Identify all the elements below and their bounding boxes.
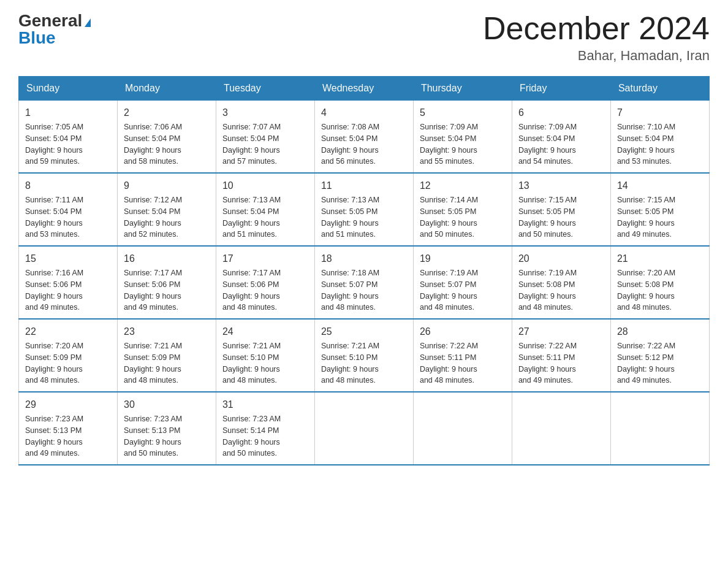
day-daylight: Daylight: 9 hours (25, 292, 83, 301)
day-daylight: Daylight: 9 hours (617, 146, 675, 155)
day-daylight-minutes: and 55 minutes. (420, 157, 474, 166)
day-sunset: Sunset: 5:04 PM (321, 134, 377, 143)
calendar-cell: 29 Sunrise: 7:23 AM Sunset: 5:13 PM Dayl… (19, 392, 118, 465)
day-daylight: Daylight: 9 hours (222, 365, 280, 373)
day-sunset: Sunset: 5:07 PM (321, 280, 377, 289)
calendar-cell: 5 Sunrise: 7:09 AM Sunset: 5:04 PM Dayli… (413, 101, 512, 174)
day-daylight-minutes: and 48 minutes. (321, 303, 376, 312)
day-number: 29 (25, 397, 111, 412)
day-daylight-minutes: and 50 minutes. (222, 449, 277, 458)
day-daylight-minutes: and 57 minutes. (222, 157, 277, 166)
calendar-cell: 1 Sunrise: 7:05 AM Sunset: 5:04 PM Dayli… (19, 101, 118, 174)
calendar-cell: 6 Sunrise: 7:09 AM Sunset: 5:04 PM Dayli… (512, 101, 610, 174)
day-daylight: Daylight: 9 hours (617, 365, 675, 373)
day-sunrise: Sunrise: 7:11 AM (25, 196, 83, 204)
day-daylight-minutes: and 58 minutes. (124, 157, 178, 166)
day-sunrise: Sunrise: 7:06 AM (124, 123, 182, 131)
day-sunrise: Sunrise: 7:08 AM (321, 123, 379, 131)
calendar-cell: 27 Sunrise: 7:22 AM Sunset: 5:11 PM Dayl… (512, 319, 610, 392)
logo-triangle-icon (85, 18, 91, 27)
day-sunset: Sunset: 5:11 PM (518, 353, 575, 362)
day-sunset: Sunset: 5:14 PM (222, 426, 279, 435)
day-daylight-minutes: and 53 minutes. (617, 157, 672, 166)
day-number: 18 (321, 251, 407, 266)
col-header-saturday: Saturday (610, 77, 709, 101)
day-daylight-minutes: and 48 minutes. (617, 303, 672, 312)
day-sunrise: Sunrise: 7:22 AM (420, 342, 478, 350)
calendar-cell: 23 Sunrise: 7:21 AM Sunset: 5:09 PM Dayl… (117, 319, 216, 392)
day-sunrise: Sunrise: 7:21 AM (124, 342, 182, 350)
day-daylight-minutes: and 48 minutes. (124, 376, 178, 385)
day-sunrise: Sunrise: 7:05 AM (25, 123, 83, 131)
day-daylight: Daylight: 9 hours (124, 219, 181, 228)
day-number: 9 (124, 178, 210, 193)
day-sunrise: Sunrise: 7:20 AM (617, 269, 675, 277)
day-daylight-minutes: and 50 minutes. (420, 230, 474, 239)
day-sunset: Sunset: 5:08 PM (617, 280, 673, 289)
col-header-wednesday: Wednesday (314, 77, 413, 101)
day-sunrise: Sunrise: 7:22 AM (518, 342, 577, 350)
day-number: 25 (321, 324, 407, 339)
day-sunset: Sunset: 5:06 PM (222, 280, 279, 289)
day-number: 31 (222, 397, 308, 412)
day-sunrise: Sunrise: 7:09 AM (518, 123, 577, 131)
calendar-cell: 17 Sunrise: 7:17 AM Sunset: 5:06 PM Dayl… (216, 246, 314, 319)
day-sunset: Sunset: 5:04 PM (124, 207, 180, 216)
calendar-cell: 12 Sunrise: 7:14 AM Sunset: 5:05 PM Dayl… (413, 173, 512, 246)
day-daylight: Daylight: 9 hours (222, 146, 280, 155)
calendar-cell (610, 392, 709, 465)
day-daylight-minutes: and 48 minutes. (420, 303, 474, 312)
day-number: 6 (518, 105, 604, 120)
day-sunset: Sunset: 5:05 PM (420, 207, 476, 216)
day-number: 5 (420, 105, 506, 120)
day-daylight-minutes: and 49 minutes. (124, 303, 178, 312)
day-sunset: Sunset: 5:05 PM (617, 207, 673, 216)
day-sunset: Sunset: 5:04 PM (518, 134, 575, 143)
calendar-cell: 30 Sunrise: 7:23 AM Sunset: 5:13 PM Dayl… (117, 392, 216, 465)
col-header-friday: Friday (512, 77, 610, 101)
day-number: 13 (518, 178, 604, 193)
day-daylight-minutes: and 50 minutes. (124, 449, 178, 458)
day-sunset: Sunset: 5:13 PM (25, 426, 82, 435)
day-sunset: Sunset: 5:07 PM (420, 280, 476, 289)
day-number: 21 (617, 251, 703, 266)
day-daylight-minutes: and 49 minutes. (518, 376, 573, 385)
day-sunrise: Sunrise: 7:10 AM (617, 123, 675, 131)
calendar-cell: 3 Sunrise: 7:07 AM Sunset: 5:04 PM Dayli… (216, 101, 314, 174)
day-daylight: Daylight: 9 hours (420, 365, 477, 373)
day-sunrise: Sunrise: 7:23 AM (25, 415, 83, 423)
day-number: 15 (25, 251, 111, 266)
day-sunset: Sunset: 5:04 PM (222, 134, 279, 143)
calendar-cell: 4 Sunrise: 7:08 AM Sunset: 5:04 PM Dayli… (314, 101, 413, 174)
day-sunrise: Sunrise: 7:09 AM (420, 123, 478, 131)
day-daylight: Daylight: 9 hours (321, 146, 379, 155)
day-sunrise: Sunrise: 7:21 AM (321, 342, 379, 350)
day-number: 20 (518, 251, 604, 266)
day-sunset: Sunset: 5:10 PM (321, 353, 377, 362)
calendar-cell: 31 Sunrise: 7:23 AM Sunset: 5:14 PM Dayl… (216, 392, 314, 465)
calendar-cell: 21 Sunrise: 7:20 AM Sunset: 5:08 PM Dayl… (610, 246, 709, 319)
day-sunset: Sunset: 5:04 PM (25, 134, 82, 143)
day-sunrise: Sunrise: 7:19 AM (420, 269, 478, 277)
day-daylight-minutes: and 49 minutes. (25, 303, 80, 312)
calendar-table: SundayMondayTuesdayWednesdayThursdayFrid… (18, 76, 710, 465)
location-label: Bahar, Hamadan, Iran (483, 48, 710, 64)
col-header-monday: Monday (117, 77, 216, 101)
day-sunset: Sunset: 5:10 PM (222, 353, 279, 362)
day-sunset: Sunset: 5:09 PM (124, 353, 180, 362)
day-number: 26 (420, 324, 506, 339)
day-number: 14 (617, 178, 703, 193)
calendar-cell: 15 Sunrise: 7:16 AM Sunset: 5:06 PM Dayl… (19, 246, 118, 319)
day-sunrise: Sunrise: 7:20 AM (25, 342, 83, 350)
header-right: December 2024 Bahar, Hamadan, Iran (483, 12, 710, 64)
day-sunset: Sunset: 5:04 PM (420, 134, 476, 143)
day-sunrise: Sunrise: 7:12 AM (124, 196, 182, 204)
day-daylight: Daylight: 9 hours (25, 365, 83, 373)
day-daylight: Daylight: 9 hours (518, 219, 576, 228)
day-sunset: Sunset: 5:05 PM (518, 207, 575, 216)
logo: General Blue (18, 12, 91, 47)
day-daylight: Daylight: 9 hours (124, 438, 181, 446)
calendar-cell: 14 Sunrise: 7:15 AM Sunset: 5:05 PM Dayl… (610, 173, 709, 246)
calendar-cell: 28 Sunrise: 7:22 AM Sunset: 5:12 PM Dayl… (610, 319, 709, 392)
day-daylight-minutes: and 51 minutes. (321, 230, 376, 239)
